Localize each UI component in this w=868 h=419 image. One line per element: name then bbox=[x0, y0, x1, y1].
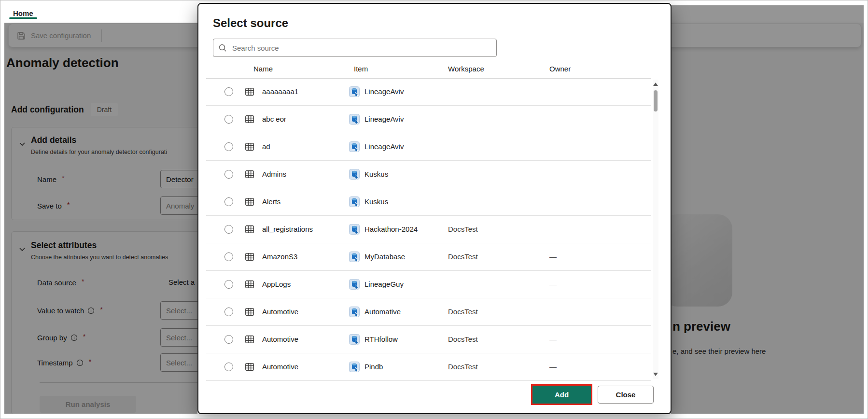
row-item: LineageAviv bbox=[364, 115, 404, 123]
table-grid-icon bbox=[245, 362, 254, 372]
tab-active-underline bbox=[9, 17, 37, 19]
screen-margin bbox=[0, 414, 868, 419]
row-workspace: DocsTest bbox=[448, 335, 478, 343]
row-item: Hackathon-2024 bbox=[364, 225, 418, 233]
row-workspace: DocsTest bbox=[448, 363, 478, 371]
column-header-name[interactable]: Name bbox=[253, 65, 273, 73]
table-row[interactable]: AmazonS3 MyDatabase DocsTest — bbox=[206, 243, 651, 271]
row-workspace: DocsTest bbox=[448, 307, 478, 316]
kql-database-icon bbox=[349, 251, 360, 262]
radio-button[interactable] bbox=[224, 307, 233, 316]
screen-margin bbox=[0, 0, 4, 419]
row-name: Automotive bbox=[262, 335, 298, 343]
kql-database-icon bbox=[349, 169, 360, 180]
radio-button[interactable] bbox=[224, 363, 233, 371]
scroll-up-icon[interactable] bbox=[653, 83, 658, 86]
radio-button[interactable] bbox=[224, 142, 233, 151]
row-owner: — bbox=[549, 252, 557, 261]
add-button[interactable]: Add bbox=[532, 386, 591, 404]
table-row[interactable]: all_registrations Hackathon-2024 DocsTes… bbox=[206, 216, 651, 243]
row-name: abc eor bbox=[262, 115, 286, 123]
row-workspace: DocsTest bbox=[448, 252, 478, 261]
table-grid-icon bbox=[245, 252, 254, 262]
row-name: all_registrations bbox=[262, 225, 313, 233]
dialog-title: Select source bbox=[213, 16, 288, 30]
radio-button[interactable] bbox=[224, 280, 233, 289]
row-name: Automotive bbox=[262, 307, 298, 316]
table-row[interactable]: Automotive Automative DocsTest bbox=[206, 298, 651, 326]
modal-dim-overlay bbox=[4, 23, 197, 415]
table-row[interactable]: Alerts Kuskus bbox=[206, 188, 651, 216]
column-header-workspace[interactable]: Workspace bbox=[448, 65, 484, 73]
table-row[interactable]: Automotive Pindb DocsTest — bbox=[206, 353, 651, 381]
row-item: Kuskus bbox=[364, 197, 388, 206]
select-source-dialog: Select source Name Item Workspace Owner … bbox=[197, 3, 672, 414]
table-header: Name Item Workspace Owner bbox=[206, 62, 651, 79]
column-header-owner[interactable]: Owner bbox=[549, 65, 571, 73]
table-grid-icon bbox=[245, 114, 254, 124]
kql-database-icon bbox=[349, 224, 360, 235]
radio-button[interactable] bbox=[224, 170, 233, 179]
table-grid-icon bbox=[245, 197, 254, 207]
radio-button[interactable] bbox=[224, 115, 233, 124]
table-grid-icon bbox=[245, 87, 254, 97]
table-grid-icon bbox=[245, 307, 254, 317]
radio-button[interactable] bbox=[224, 335, 233, 344]
table-scrollbar[interactable] bbox=[653, 80, 658, 379]
table-grid-icon bbox=[245, 142, 254, 152]
kql-database-icon bbox=[349, 307, 360, 317]
row-name: Alerts bbox=[262, 197, 280, 206]
search-icon bbox=[218, 43, 227, 52]
row-item: RTHfollow bbox=[364, 335, 398, 343]
table-grid-icon bbox=[245, 335, 254, 344]
radio-button[interactable] bbox=[224, 252, 233, 261]
row-owner: — bbox=[549, 335, 557, 343]
kql-database-icon bbox=[349, 141, 360, 152]
table-row[interactable]: ad LineageAviv bbox=[206, 133, 651, 161]
row-item: MyDatabase bbox=[364, 252, 405, 261]
modal-dim-overlay bbox=[671, 5, 864, 415]
row-owner: — bbox=[549, 363, 557, 371]
scroll-down-icon[interactable] bbox=[653, 373, 658, 376]
tab-home-label: Home bbox=[13, 9, 33, 17]
table-grid-icon bbox=[245, 169, 254, 179]
add-button-highlight: Add bbox=[531, 384, 592, 405]
scrollbar-thumb[interactable] bbox=[654, 90, 658, 112]
search-source-input[interactable] bbox=[231, 43, 491, 53]
table-grid-icon bbox=[245, 224, 254, 234]
row-name: Admins bbox=[262, 170, 286, 178]
kql-database-icon bbox=[349, 114, 360, 125]
row-item: Pindb bbox=[364, 363, 383, 371]
kql-database-icon bbox=[349, 279, 360, 290]
app-screen: Home Save configuration Anomaly detectio… bbox=[0, 0, 868, 419]
row-name: ad bbox=[262, 142, 270, 151]
source-table-body: aaaaaaaa1 LineageAviv abc eor LineageAvi… bbox=[206, 78, 651, 381]
row-item: LineageAviv bbox=[364, 142, 404, 151]
screen-margin bbox=[864, 0, 868, 419]
kql-database-icon bbox=[349, 196, 360, 207]
row-name: Automotive bbox=[262, 363, 298, 371]
kql-database-icon bbox=[349, 334, 360, 345]
table-row[interactable]: AppLogs LineageGuy — bbox=[206, 271, 651, 298]
row-name: AppLogs bbox=[262, 280, 291, 288]
kql-database-icon bbox=[349, 362, 360, 372]
row-workspace: DocsTest bbox=[448, 225, 478, 233]
radio-button[interactable] bbox=[224, 225, 233, 234]
column-header-item[interactable]: Item bbox=[354, 65, 368, 73]
kql-database-icon bbox=[349, 86, 360, 97]
row-name: aaaaaaaa1 bbox=[262, 87, 298, 96]
tab-home[interactable]: Home bbox=[8, 5, 38, 17]
table-row[interactable]: Admins Kuskus bbox=[206, 161, 651, 188]
close-button[interactable]: Close bbox=[598, 386, 654, 404]
row-item: LineageAviv bbox=[364, 87, 404, 96]
table-row[interactable]: abc eor LineageAviv bbox=[206, 106, 651, 133]
table-row[interactable]: aaaaaaaa1 LineageAviv bbox=[206, 78, 651, 106]
radio-button[interactable] bbox=[224, 197, 233, 206]
search-source-box[interactable] bbox=[213, 39, 497, 57]
radio-button[interactable] bbox=[224, 87, 233, 96]
row-item: LineageGuy bbox=[364, 280, 404, 288]
row-owner: — bbox=[549, 280, 557, 288]
row-item: Automative bbox=[364, 307, 401, 316]
table-row[interactable]: Automotive RTHfollow DocsTest — bbox=[206, 326, 651, 353]
table-grid-icon bbox=[245, 279, 254, 289]
